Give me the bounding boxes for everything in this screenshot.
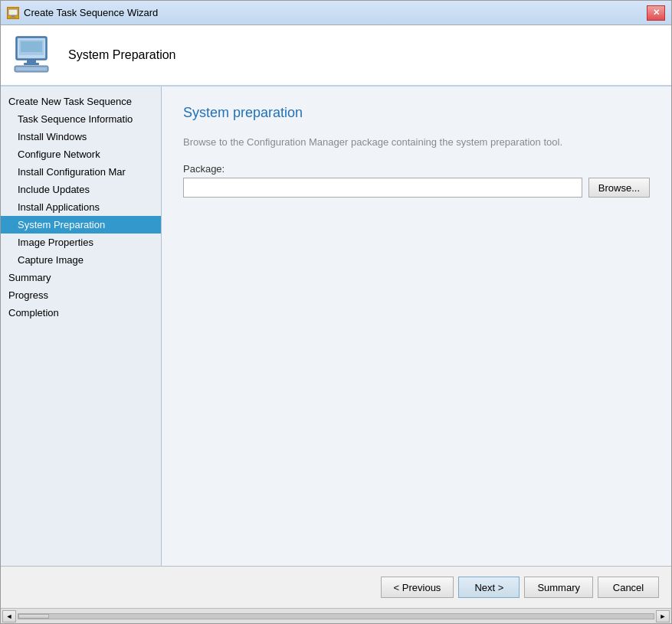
sidebar-item-capture-image[interactable]: Capture Image: [1, 251, 161, 269]
previous-button[interactable]: < Previous: [381, 577, 454, 598]
title-bar-left: Create Task Sequence Wizard: [7, 7, 158, 19]
main-content: System preparation Browse to the Configu…: [162, 87, 671, 566]
svg-rect-8: [24, 63, 39, 65]
package-label: Package:: [183, 163, 650, 175]
browse-button[interactable]: Browse...: [588, 178, 650, 198]
scroll-right-button[interactable]: ►: [656, 610, 670, 622]
title-bar: Create Task Sequence Wizard ✕: [1, 1, 671, 25]
scroll-thumb[interactable]: [18, 614, 49, 619]
wizard-window: Create Task Sequence Wizard ✕ System Pre…: [0, 0, 672, 624]
sidebar-item-install-applications[interactable]: Install Applications: [1, 198, 161, 216]
sidebar-group-label: Create New Task Sequence: [1, 93, 161, 110]
summary-button[interactable]: Summary: [524, 577, 593, 598]
window-title: Create Task Sequence Wizard: [24, 7, 158, 18]
scroll-left-button[interactable]: ◄: [2, 610, 16, 622]
sidebar-item-include-updates[interactable]: Include Updates: [1, 181, 161, 198]
sidebar-bottom-container: SummaryProgressCompletion: [1, 269, 161, 322]
sidebar-item-system-preparation[interactable]: System Preparation: [1, 216, 161, 234]
package-input[interactable]: [183, 178, 582, 198]
page-title: System preparation: [183, 105, 650, 121]
svg-rect-0: [8, 9, 18, 15]
sidebar-items-container: Task Sequence InformatioInstall WindowsC…: [1, 110, 161, 269]
content-area: Create New Task Sequence Task Sequence I…: [1, 87, 671, 566]
close-button[interactable]: ✕: [647, 5, 665, 21]
next-button[interactable]: Next >: [458, 577, 520, 598]
footer: < Previous Next > Summary Cancel: [1, 566, 671, 608]
svg-rect-6: [21, 41, 42, 52]
header-title: System Preparation: [68, 48, 176, 62]
svg-rect-7: [27, 60, 36, 63]
sidebar-item-task-sequence-info[interactable]: Task Sequence Informatio: [1, 110, 161, 128]
sidebar-item-progress[interactable]: Progress: [1, 286, 161, 304]
svg-rect-2: [10, 17, 16, 18]
sidebar-item-install-windows[interactable]: Install Windows: [1, 128, 161, 145]
header-bar: System Preparation: [1, 25, 671, 87]
sidebar-item-install-config-mgr[interactable]: Install Configuration Mar: [1, 163, 161, 181]
sidebar-item-completion[interactable]: Completion: [1, 304, 161, 322]
horizontal-scrollbar: ◄ ►: [1, 608, 671, 623]
app-icon: [7, 7, 19, 19]
svg-rect-10: [16, 67, 47, 70]
sidebar-item-image-properties[interactable]: Image Properties: [1, 234, 161, 251]
sidebar: Create New Task Sequence Task Sequence I…: [1, 87, 162, 566]
description-text: Browse to the Configuration Manager pack…: [183, 136, 650, 148]
svg-rect-1: [11, 15, 15, 17]
package-field-row: Browse...: [183, 178, 650, 198]
sidebar-item-summary[interactable]: Summary: [1, 269, 161, 286]
cancel-button[interactable]: Cancel: [598, 577, 659, 598]
sidebar-item-configure-network[interactable]: Configure Network: [1, 145, 161, 163]
header-computer-icon: [13, 34, 56, 77]
scroll-track: [18, 613, 654, 619]
